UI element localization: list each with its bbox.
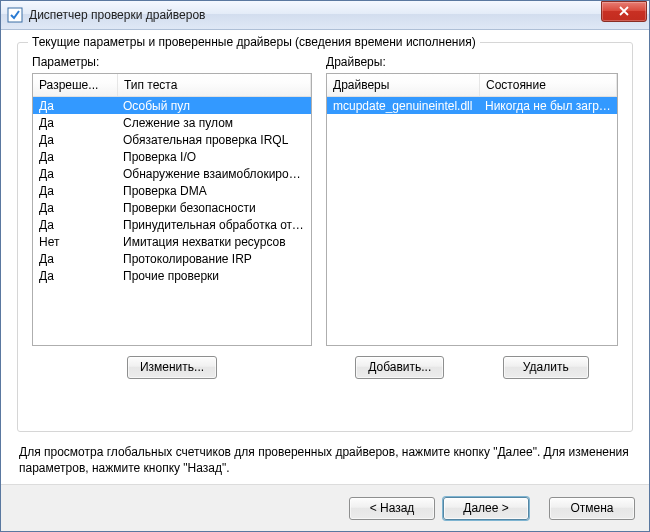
cell-test: Проверка I/O (117, 150, 311, 164)
cell-test: Обнаружение взаимоблокировок (117, 167, 311, 181)
cell-test: Принудительная обработка отложен... (117, 218, 311, 232)
settings-groupbox: Текущие параметры и проверенные драйверы… (17, 42, 633, 432)
cell-enabled: Да (33, 269, 117, 283)
client-area: Текущие параметры и проверенные драйверы… (1, 30, 649, 484)
cell-test: Особый пул (117, 99, 311, 113)
titlebar: Диспетчер проверки драйверов (1, 1, 649, 30)
drivers-listview[interactable]: Драйверы Состояние mcupdate_genuineintel… (326, 73, 618, 346)
table-row[interactable]: ДаПроверка DMA (33, 182, 311, 199)
table-row[interactable]: ДаПринудительная обработка отложен... (33, 216, 311, 233)
cell-enabled: Да (33, 99, 117, 113)
group-heading: Текущие параметры и проверенные драйверы… (28, 35, 480, 49)
cell-enabled: Да (33, 167, 117, 181)
cell-enabled: Да (33, 184, 117, 198)
window: Диспетчер проверки драйверов Текущие пар… (0, 0, 650, 532)
cell-enabled: Да (33, 150, 117, 164)
cell-test: Проверки безопасности (117, 201, 311, 215)
drivers-header: Драйверы Состояние (327, 74, 617, 97)
wizard-footer: < Назад Далее > Отмена (1, 484, 649, 531)
table-row[interactable]: ДаПротоколирование IRP (33, 250, 311, 267)
drivers-body: mcupdate_genuineintel.dllНикогда не был … (327, 97, 617, 345)
table-row[interactable]: НетИмитация нехватки ресурсов (33, 233, 311, 250)
col-driver[interactable]: Драйверы (327, 74, 480, 96)
col-enabled[interactable]: Разреше... (33, 74, 118, 96)
cancel-button[interactable]: Отмена (549, 497, 635, 520)
table-row[interactable]: ДаОсобый пул (33, 97, 311, 114)
table-row[interactable]: ДаСлежение за пулом (33, 114, 311, 131)
col-state[interactable]: Состояние (480, 74, 617, 96)
table-row[interactable]: ДаОбязательная проверка IRQL (33, 131, 311, 148)
next-button[interactable]: Далее > (443, 497, 529, 520)
parameters-header: Разреше... Тип теста (33, 74, 311, 97)
cell-enabled: Да (33, 218, 117, 232)
parameters-listview[interactable]: Разреше... Тип теста ДаОсобый пулДаСлеже… (32, 73, 312, 346)
drivers-label: Драйверы: (326, 55, 618, 69)
cell-test: Слежение за пулом (117, 116, 311, 130)
drivers-pane: Драйверы: Драйверы Состояние mcupdate_ge… (326, 55, 618, 379)
cell-test: Имитация нехватки ресурсов (117, 235, 311, 249)
table-row[interactable]: mcupdate_genuineintel.dllНикогда не был … (327, 97, 617, 114)
cell-driver: mcupdate_genuineintel.dll (327, 99, 479, 113)
app-icon (7, 7, 23, 23)
helper-text: Для просмотра глобальных счетчиков для п… (19, 444, 631, 476)
remove-button[interactable]: Удалить (503, 356, 589, 379)
cell-test: Проверка DMA (117, 184, 311, 198)
parameters-pane: Параметры: Разреше... Тип теста ДаОсобый… (32, 55, 312, 379)
drivers-buttons: Добавить... Удалить (326, 356, 618, 379)
cell-enabled: Да (33, 252, 117, 266)
back-button[interactable]: < Назад (349, 497, 435, 520)
cell-enabled: Нет (33, 235, 117, 249)
add-button[interactable]: Добавить... (355, 356, 444, 379)
parameters-label: Параметры: (32, 55, 312, 69)
table-row[interactable]: ДаПроверка I/O (33, 148, 311, 165)
columns: Параметры: Разреше... Тип теста ДаОсобый… (32, 55, 618, 379)
close-icon (618, 6, 630, 16)
window-title: Диспетчер проверки драйверов (29, 8, 601, 22)
cell-state: Никогда не был загру... (479, 99, 617, 113)
cell-enabled: Да (33, 116, 117, 130)
table-row[interactable]: ДаПроверки безопасности (33, 199, 311, 216)
cell-enabled: Да (33, 201, 117, 215)
table-row[interactable]: ДаПрочие проверки (33, 267, 311, 284)
cell-test: Протоколирование IRP (117, 252, 311, 266)
cell-enabled: Да (33, 133, 117, 147)
parameters-body: ДаОсобый пулДаСлежение за пуломДаОбязате… (33, 97, 311, 345)
close-button[interactable] (601, 1, 647, 22)
change-button[interactable]: Изменить... (127, 356, 217, 379)
parameters-buttons: Изменить... (32, 356, 312, 379)
cell-test: Прочие проверки (117, 269, 311, 283)
cell-test: Обязательная проверка IRQL (117, 133, 311, 147)
col-test[interactable]: Тип теста (118, 74, 311, 96)
table-row[interactable]: ДаОбнаружение взаимоблокировок (33, 165, 311, 182)
